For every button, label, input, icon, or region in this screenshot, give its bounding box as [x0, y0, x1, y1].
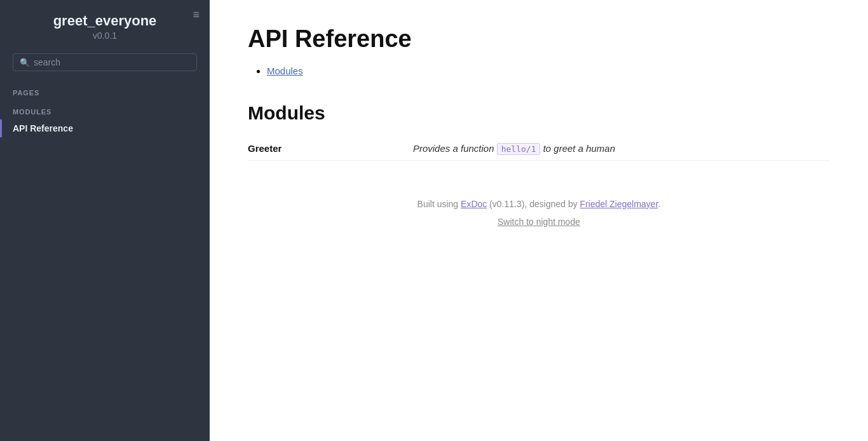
footer: Built using ExDoc (v0.11.3), designed by…: [248, 199, 830, 227]
footer-built-text: Built using ExDoc (v0.11.3), designed by…: [248, 199, 830, 209]
hamburger-icon: ≡: [193, 8, 200, 21]
main-content: API Reference Modules Modules Greeter Pr…: [210, 0, 868, 441]
sidebar-header: greet_everyone v0.0.1: [0, 0, 210, 47]
search-container: 🔍: [0, 47, 210, 81]
search-wrapper[interactable]: 🔍: [13, 53, 197, 71]
modules-table: Greeter Provides a function hello/1 to g…: [248, 137, 830, 161]
search-icon: 🔍: [20, 58, 30, 67]
sidebar-item-api-reference[interactable]: API Reference: [0, 119, 210, 137]
app-title: greet_everyone: [13, 13, 197, 29]
module-code-badge: hello/1: [497, 143, 541, 155]
module-name: Greeter: [248, 137, 400, 161]
exdoc-link[interactable]: ExDoc: [461, 199, 487, 209]
app-version: v0.0.1: [13, 31, 197, 41]
nav-section-pages: PAGES: [0, 81, 210, 100]
designer-link[interactable]: Friedel Ziegelmayer: [580, 199, 658, 209]
breadcrumb-item: Modules: [267, 65, 830, 77]
breadcrumb-modules-link[interactable]: Modules: [267, 65, 303, 76]
sidebar: ≡ greet_everyone v0.0.1 🔍 PAGES MODULES …: [0, 0, 210, 441]
footer-exdoc-version: (v0.11.3): [487, 199, 524, 209]
hamburger-button[interactable]: ≡: [193, 9, 200, 20]
table-row: Greeter Provides a function hello/1 to g…: [248, 137, 830, 161]
breadcrumb: Modules: [248, 65, 830, 77]
footer-built-prefix: Built using: [417, 199, 461, 209]
page-title: API Reference: [248, 25, 830, 53]
switch-night-mode-button[interactable]: Switch to night mode: [498, 217, 580, 227]
module-desc-suffix: to greet a human: [543, 143, 615, 154]
module-desc-prefix: Provides a function: [413, 143, 494, 154]
module-description: Provides a function hello/1 to greet a h…: [400, 137, 830, 161]
sidebar-nav: PAGES MODULES API Reference: [0, 81, 210, 441]
search-input[interactable]: [34, 57, 190, 67]
modules-section-title: Modules: [248, 102, 830, 124]
footer-designed-by: , designed by: [524, 199, 580, 209]
nav-section-modules: MODULES: [0, 100, 210, 119]
footer-period: .: [658, 199, 661, 209]
